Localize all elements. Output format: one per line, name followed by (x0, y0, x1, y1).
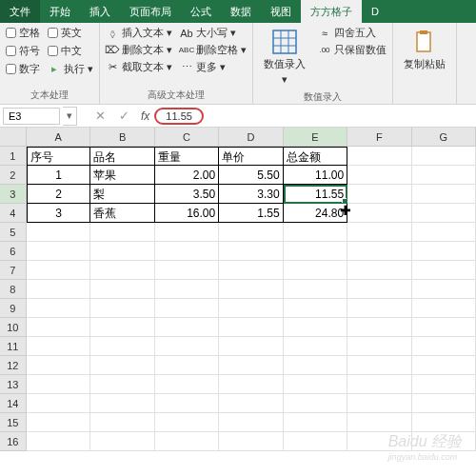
tab-home[interactable]: 开始 (40, 0, 80, 23)
confirm-icon[interactable]: ✓ (112, 109, 136, 123)
cancel-icon[interactable]: ✕ (89, 109, 112, 123)
cell[interactable] (284, 375, 347, 394)
fx-icon[interactable]: fx (136, 109, 154, 123)
cell[interactable] (347, 147, 411, 166)
cell[interactable] (155, 337, 219, 356)
cell[interactable]: 品名 (90, 147, 154, 166)
cell[interactable] (27, 261, 90, 280)
cell[interactable] (90, 394, 154, 413)
cell[interactable] (284, 432, 347, 451)
col-header-F[interactable]: F (347, 128, 411, 147)
col-header-C[interactable]: C (155, 128, 219, 147)
cell[interactable] (219, 337, 283, 356)
cell[interactable] (219, 375, 283, 394)
cell[interactable] (155, 299, 219, 318)
cell[interactable] (155, 356, 219, 375)
cell[interactable]: 苹果 (90, 166, 154, 185)
btn-delete-text[interactable]: ⌦删除文本 ▾ (106, 43, 172, 57)
cell[interactable] (90, 318, 154, 337)
cell[interactable]: 16.00 (155, 204, 219, 223)
cell[interactable]: 总金额 (284, 147, 347, 166)
col-header-B[interactable]: B (90, 128, 154, 147)
row-header[interactable]: 10 (0, 318, 27, 337)
btn-more[interactable]: ⋯更多 ▾ (180, 60, 247, 74)
cell[interactable] (347, 356, 411, 375)
cell[interactable] (219, 299, 283, 318)
cell[interactable] (90, 356, 154, 375)
btn-round[interactable]: ≈四舍五入 (318, 26, 387, 40)
cell[interactable] (27, 223, 90, 242)
name-box-dropdown[interactable]: ▾ (63, 107, 77, 126)
cell[interactable] (412, 356, 476, 375)
cell[interactable] (412, 261, 476, 280)
cell[interactable] (155, 394, 219, 413)
cell[interactable] (27, 432, 90, 451)
cell[interactable]: 24.80 (284, 204, 347, 223)
cell[interactable] (90, 299, 154, 318)
cell[interactable] (219, 394, 283, 413)
cell[interactable] (284, 413, 347, 432)
cell[interactable] (412, 337, 476, 356)
chk-symbol[interactable]: 符号 (6, 44, 40, 58)
tab-view[interactable]: 视图 (261, 0, 301, 23)
col-header-E[interactable]: E (284, 128, 347, 147)
row-header[interactable]: 6 (0, 242, 27, 261)
cell[interactable]: 11.00 (284, 166, 347, 185)
tab-file[interactable]: 文件 (0, 0, 40, 23)
cell[interactable] (347, 337, 411, 356)
cell[interactable] (219, 261, 283, 280)
tab-formula[interactable]: 公式 (181, 0, 221, 23)
cell[interactable] (347, 432, 411, 451)
cell[interactable] (90, 261, 154, 280)
cell[interactable] (347, 394, 411, 413)
tab-d[interactable]: D (362, 0, 388, 23)
cell[interactable] (90, 337, 154, 356)
row-header[interactable]: 11 (0, 337, 27, 356)
cell[interactable] (284, 242, 347, 261)
tab-insert[interactable]: 插入 (80, 0, 120, 23)
cell[interactable] (90, 242, 154, 261)
cell[interactable] (284, 261, 347, 280)
cell[interactable] (284, 394, 347, 413)
cell[interactable] (412, 147, 476, 166)
cell[interactable] (284, 337, 347, 356)
name-box[interactable] (3, 108, 60, 125)
cell[interactable] (155, 432, 219, 451)
cell[interactable] (347, 280, 411, 299)
cell[interactable] (155, 261, 219, 280)
cell[interactable] (155, 413, 219, 432)
cell[interactable] (219, 413, 283, 432)
btn-cut-text[interactable]: ✂截取文本 ▾ (106, 60, 172, 74)
cell[interactable] (219, 318, 283, 337)
cell[interactable] (90, 280, 154, 299)
cell[interactable] (412, 432, 476, 451)
cell[interactable]: 3.50 (155, 185, 219, 204)
row-header[interactable]: 1 (0, 147, 27, 166)
cell[interactable] (347, 185, 411, 204)
cell[interactable]: 1 (27, 166, 90, 185)
row-header[interactable]: 2 (0, 166, 27, 185)
cell[interactable] (27, 413, 90, 432)
chk-english[interactable]: 英文 (48, 26, 93, 40)
cell[interactable]: 2.00 (155, 166, 219, 185)
row-header[interactable]: 8 (0, 280, 27, 299)
cell[interactable] (412, 280, 476, 299)
cell[interactable] (347, 299, 411, 318)
cell[interactable] (284, 280, 347, 299)
cell[interactable] (412, 223, 476, 242)
cell[interactable]: 11.55 (284, 185, 347, 204)
cell[interactable] (347, 318, 411, 337)
btn-number-entry[interactable]: 数值录入 ▾ (259, 26, 310, 89)
cell[interactable]: 梨 (90, 185, 154, 204)
cell[interactable] (412, 413, 476, 432)
cell[interactable] (27, 280, 90, 299)
cell[interactable] (412, 318, 476, 337)
cell[interactable]: 1.55 (219, 204, 283, 223)
cell[interactable]: 序号 (27, 147, 90, 166)
chk-chinese[interactable]: 中文 (48, 44, 93, 58)
btn-keep-value[interactable]: .00只保留数值 (318, 43, 387, 57)
cell[interactable] (347, 166, 411, 185)
row-header[interactable]: 9 (0, 299, 27, 318)
cell[interactable] (27, 242, 90, 261)
btn-insert-text[interactable]: ⎀插入文本 ▾ (106, 26, 172, 40)
